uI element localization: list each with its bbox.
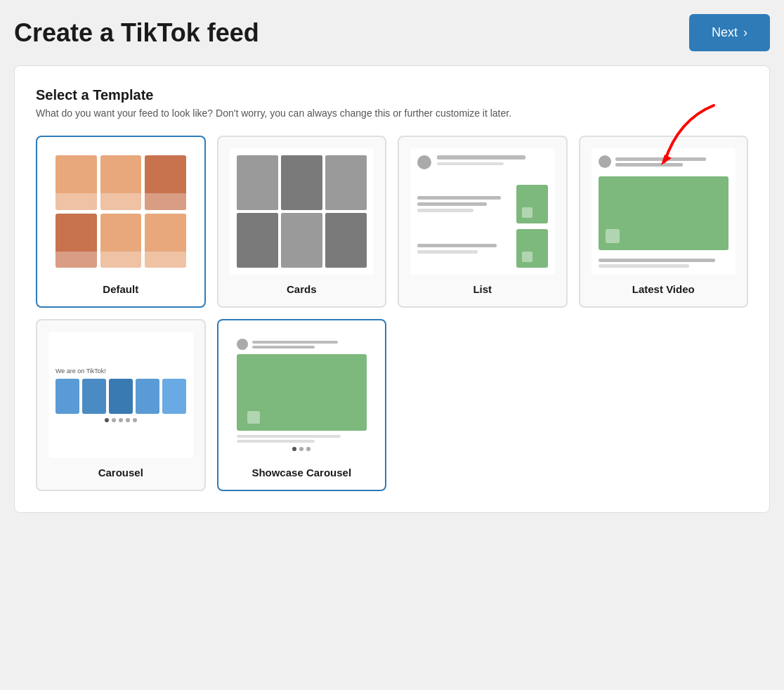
template-preview-default bbox=[48, 148, 193, 275]
template-card-cards[interactable]: Cards bbox=[217, 136, 387, 308]
carousel-slide-4 bbox=[136, 379, 159, 414]
list-line-2 bbox=[417, 202, 487, 206]
default-cell-1 bbox=[55, 155, 97, 210]
cards-cell-6 bbox=[325, 213, 367, 268]
template-card-carousel[interactable]: We are on TikTok! bbox=[36, 319, 206, 491]
showcase-lines bbox=[252, 341, 367, 349]
next-button[interactable]: Next › bbox=[689, 14, 770, 51]
carousel-slides bbox=[55, 379, 186, 414]
latest-layout bbox=[592, 148, 736, 275]
templates-grid-bottom: We are on TikTok! bbox=[36, 319, 748, 491]
list-text-block bbox=[417, 185, 511, 223]
template-preview-cards bbox=[230, 148, 374, 275]
template-label-carousel: Carousel bbox=[98, 467, 143, 479]
main-panel: Select a Template What do you want your … bbox=[14, 65, 770, 513]
showcase-dots bbox=[237, 447, 367, 451]
cards-cell-5 bbox=[281, 213, 322, 268]
cards-cell-3 bbox=[325, 155, 367, 210]
list-main-content bbox=[417, 185, 548, 223]
carousel-dot-1 bbox=[105, 418, 109, 422]
list-image bbox=[516, 185, 548, 223]
latest-header bbox=[599, 155, 729, 168]
carousel-dot-3 bbox=[119, 418, 123, 422]
list-line-4 bbox=[417, 244, 497, 247]
showcase-dot-1 bbox=[292, 447, 296, 451]
list-second-content bbox=[417, 229, 548, 268]
default-cell-2 bbox=[100, 155, 142, 210]
list-avatar bbox=[417, 155, 431, 169]
carousel-dot-5 bbox=[133, 418, 137, 422]
page-header: Create a TikTok feed Next › bbox=[14, 14, 770, 51]
list-title-line bbox=[437, 155, 525, 160]
cards-cell-4 bbox=[237, 213, 278, 268]
template-label-cards: Cards bbox=[287, 283, 317, 295]
carousel-dot-2 bbox=[112, 418, 116, 422]
default-cell-3 bbox=[145, 155, 186, 210]
next-button-label: Next bbox=[712, 25, 738, 40]
latest-title-lines bbox=[615, 157, 729, 167]
default-grid bbox=[48, 148, 193, 275]
page-wrapper: Create a TikTok feed Next › Select a Tem… bbox=[14, 14, 770, 513]
list-content bbox=[437, 155, 548, 179]
carousel-dot-4 bbox=[126, 418, 130, 422]
template-preview-latest-video bbox=[592, 148, 736, 275]
cards-cell-2 bbox=[281, 155, 322, 210]
list-line-3 bbox=[417, 209, 473, 212]
carousel-label-text: We are on TikTok! bbox=[55, 367, 186, 375]
showcase-line-1 bbox=[252, 341, 339, 344]
template-card-default[interactable]: Default bbox=[36, 136, 206, 308]
latest-line-1 bbox=[615, 157, 706, 161]
carousel-layout: We are on TikTok! bbox=[48, 332, 193, 458]
template-preview-list bbox=[410, 148, 555, 275]
list-layout bbox=[410, 148, 555, 275]
showcase-main-image bbox=[237, 354, 367, 431]
showcase-sub-lines bbox=[237, 435, 367, 443]
template-label-list: List bbox=[473, 283, 492, 295]
template-label-showcase-carousel: Showcase Carousel bbox=[251, 467, 351, 479]
next-chevron-icon: › bbox=[743, 25, 747, 40]
cards-grid bbox=[230, 148, 374, 275]
latest-line-2 bbox=[615, 163, 684, 167]
showcase-dot-2 bbox=[299, 447, 303, 451]
showcase-line-2 bbox=[252, 346, 315, 349]
latest-main-image bbox=[599, 176, 729, 250]
latest-sub-lines bbox=[599, 259, 729, 268]
template-preview-showcase bbox=[230, 332, 374, 458]
showcase-avatar bbox=[237, 339, 248, 350]
default-cell-6 bbox=[145, 214, 186, 268]
template-card-showcase-carousel[interactable]: Showcase Carousel bbox=[217, 319, 387, 491]
carousel-slide-3 bbox=[109, 379, 133, 414]
latest-sub-2 bbox=[599, 264, 690, 268]
list-row-1 bbox=[417, 155, 548, 179]
showcase-header bbox=[237, 339, 367, 350]
page-title: Create a TikTok feed bbox=[14, 18, 259, 48]
showcase-dot-3 bbox=[306, 447, 311, 451]
carousel-slide-2 bbox=[82, 379, 106, 414]
list-text-block-2 bbox=[417, 229, 511, 268]
list-line-1 bbox=[417, 196, 501, 200]
default-cell-5 bbox=[100, 214, 142, 268]
template-card-latest-video[interactable]: Latest Video bbox=[579, 136, 749, 308]
default-cell-4 bbox=[55, 214, 97, 268]
template-label-latest-video: Latest Video bbox=[632, 283, 695, 295]
template-card-list[interactable]: List bbox=[398, 136, 568, 308]
templates-grid-top: Default Cards bbox=[36, 136, 748, 308]
template-label-default: Default bbox=[103, 283, 138, 295]
showcase-layout bbox=[230, 332, 374, 458]
showcase-sub-1 bbox=[237, 435, 341, 438]
showcase-sub-2 bbox=[237, 440, 315, 443]
section-title: Select a Template bbox=[36, 87, 748, 103]
list-image-2 bbox=[516, 229, 548, 268]
cards-cell-1 bbox=[237, 155, 278, 210]
latest-avatar bbox=[599, 155, 611, 168]
list-line-5 bbox=[417, 250, 478, 254]
section-description: What do you want your feed to look like?… bbox=[36, 108, 748, 119]
carousel-dots bbox=[55, 418, 186, 422]
template-preview-carousel: We are on TikTok! bbox=[48, 332, 193, 458]
carousel-slide-1 bbox=[55, 379, 79, 414]
carousel-slide-5 bbox=[162, 379, 186, 414]
latest-sub-1 bbox=[599, 259, 716, 262]
list-sub-line bbox=[437, 162, 504, 165]
